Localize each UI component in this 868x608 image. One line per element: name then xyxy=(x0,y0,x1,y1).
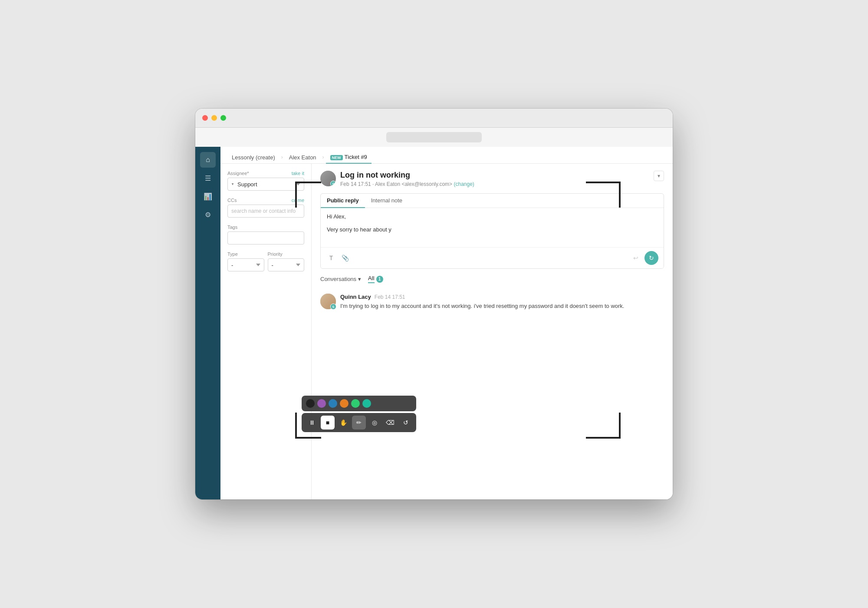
pen-tool-button[interactable]: ✏ xyxy=(352,416,366,430)
gear-icon: ⚙ xyxy=(205,211,211,219)
tags-label: Tags xyxy=(227,225,304,230)
attachment-button[interactable]: 📎 xyxy=(340,253,350,263)
home-icon: ⌂ xyxy=(206,156,210,164)
list-icon: ☰ xyxy=(205,174,211,182)
url-bar[interactable] xyxy=(386,132,482,142)
assignee-label: Assignee* xyxy=(227,171,249,176)
cc-input[interactable] xyxy=(227,205,304,218)
priority-section: Priority - xyxy=(268,251,305,271)
reply-line-2 xyxy=(327,220,658,226)
attachment-icon: 📎 xyxy=(342,254,349,261)
color-teal[interactable] xyxy=(362,399,371,408)
breadcrumb-lessonly[interactable]: Lessonly (create) xyxy=(227,152,279,163)
change-link[interactable]: (change) xyxy=(454,181,474,187)
main-content: Lessonly (create) › Alex Eaton › NEWTick… xyxy=(220,147,673,499)
window-controls xyxy=(202,115,226,121)
reply-content[interactable]: Hi Alex, Very sorry to hear about y xyxy=(321,208,664,247)
tags-input[interactable] xyxy=(227,231,304,245)
refresh-icon: ↺ xyxy=(403,419,408,426)
ticket-submitter-avatar: S xyxy=(320,171,336,186)
type-section: Type - xyxy=(227,251,264,271)
send-button[interactable]: ↻ xyxy=(644,251,658,265)
cc-me-link[interactable]: cc me xyxy=(292,198,304,203)
cc-section: CCs cc me xyxy=(227,198,304,218)
internal-note-tab[interactable]: Internal note xyxy=(365,194,408,208)
message-body: Quinn Lacy Feb 14 17:51 I'm trying to lo… xyxy=(340,294,664,311)
ticket-form-sidebar: Assignee* take it Support xyxy=(220,164,312,499)
mac-body: ⌂ ☰ 📊 ⚙ Lessonly (create) › Alex Ea xyxy=(195,128,673,499)
circle-tool-button[interactable]: ◎ xyxy=(368,416,381,430)
text-icon: T xyxy=(329,254,333,261)
color-blue[interactable] xyxy=(329,399,337,408)
maximize-button[interactable] xyxy=(220,115,226,121)
color-purple[interactable] xyxy=(317,399,326,408)
reply-footer-left: T 📎 xyxy=(326,253,350,263)
assignee-select[interactable]: Support xyxy=(227,178,304,191)
take-it-link[interactable]: take it xyxy=(292,171,304,176)
priority-select[interactable]: - xyxy=(268,258,305,271)
annotation-toolbar: ⏸ ■ ✋ ✏ ◎ ⌫ ↺ xyxy=(302,396,416,432)
reply-line-1: Hi Alex, xyxy=(327,213,658,220)
message-header: Quinn Lacy Feb 14 17:51 xyxy=(340,294,664,300)
ticket-new-badge: NEW xyxy=(330,155,343,160)
ticket-header: S Log in not working Feb 14 17:51 · Alex… xyxy=(320,171,664,187)
breadcrumb-tabs: Lessonly (create) › Alex Eaton › NEWTick… xyxy=(220,147,673,164)
hand-icon: ✋ xyxy=(340,419,347,426)
reply-line-3: Very sorry to hear about y xyxy=(327,226,658,233)
breadcrumb-ticket[interactable]: NEWTicket #9 xyxy=(326,151,372,164)
app-container: ⌂ ☰ 📊 ⚙ Lessonly (create) › Alex Ea xyxy=(195,147,673,499)
avatar-badge: S xyxy=(330,181,336,186)
conversations-label[interactable]: Conversations ▾ xyxy=(320,276,361,282)
all-label[interactable]: All xyxy=(368,275,374,283)
pause-tool-button[interactable]: ⏸ xyxy=(305,416,319,430)
conversations-chevron-icon: ▾ xyxy=(358,276,361,282)
ticket-collapse-button[interactable]: ▾ xyxy=(654,171,664,181)
close-button[interactable] xyxy=(202,115,208,121)
chevron-down-icon: ▾ xyxy=(658,173,660,179)
breadcrumb-sep-2: › xyxy=(322,154,324,160)
minimize-button[interactable] xyxy=(211,115,217,121)
eraser-icon: ⌫ xyxy=(386,419,395,426)
stop-tool-button[interactable]: ■ xyxy=(321,416,335,430)
ticket-meta: Feb 14 17:51 · Alex Eaton <alex@lessonly… xyxy=(340,181,649,187)
color-green[interactable] xyxy=(351,399,360,408)
type-label: Type xyxy=(227,251,264,257)
url-bar-area xyxy=(195,128,673,147)
tags-section: Tags xyxy=(227,225,304,245)
reply-footer: T 📎 ↩ xyxy=(321,247,664,268)
ticket-layout: Assignee* take it Support xyxy=(220,164,673,499)
type-priority-section: Type - Priority - xyxy=(227,251,304,278)
sidebar-item-list[interactable]: ☰ xyxy=(200,170,216,186)
color-black[interactable] xyxy=(306,399,315,408)
text-format-button[interactable]: T xyxy=(326,253,336,263)
public-reply-tab[interactable]: Public reply xyxy=(321,194,365,208)
chart-icon: 📊 xyxy=(204,192,212,201)
circle-icon: ◎ xyxy=(372,419,377,426)
eraser-tool-button[interactable]: ⌫ xyxy=(383,416,397,430)
color-orange[interactable] xyxy=(340,399,349,408)
breadcrumb-sep-1: › xyxy=(281,154,283,160)
refresh-tool-button[interactable]: ↺ xyxy=(399,416,413,430)
message-avatar-badge: S xyxy=(330,304,336,310)
breadcrumb-alex-eaton[interactable]: Alex Eaton xyxy=(285,152,321,163)
assignee-section: Assignee* take it Support xyxy=(227,171,304,191)
undo-icon: ↩ xyxy=(633,254,638,261)
send-icon: ↻ xyxy=(649,254,654,261)
reply-box-tabs: Public reply Internal note xyxy=(321,194,664,208)
sidebar-item-chart[interactable]: 📊 xyxy=(200,188,216,204)
cc-label-row: CCs cc me xyxy=(227,198,304,203)
hand-tool-button[interactable]: ✋ xyxy=(336,416,350,430)
ticket-main: S Log in not working Feb 14 17:51 · Alex… xyxy=(312,164,673,499)
type-select[interactable]: - xyxy=(227,258,264,271)
assignee-select-wrapper: Support xyxy=(227,178,304,191)
sidebar-item-home[interactable]: ⌂ xyxy=(200,152,216,168)
mac-window: ⌂ ☰ 📊 ⚙ Lessonly (create) › Alex Ea xyxy=(195,109,673,499)
all-count-badge: 1 xyxy=(376,276,383,283)
priority-label: Priority xyxy=(268,251,305,257)
sidebar-item-settings[interactable]: ⚙ xyxy=(200,207,216,222)
assignee-label-row: Assignee* take it xyxy=(227,171,304,176)
conversations-header: Conversations ▾ All 1 xyxy=(320,275,664,283)
message-avatar: S xyxy=(320,294,336,309)
undo-button[interactable]: ↩ xyxy=(631,253,641,263)
pen-icon: ✏ xyxy=(356,419,362,426)
